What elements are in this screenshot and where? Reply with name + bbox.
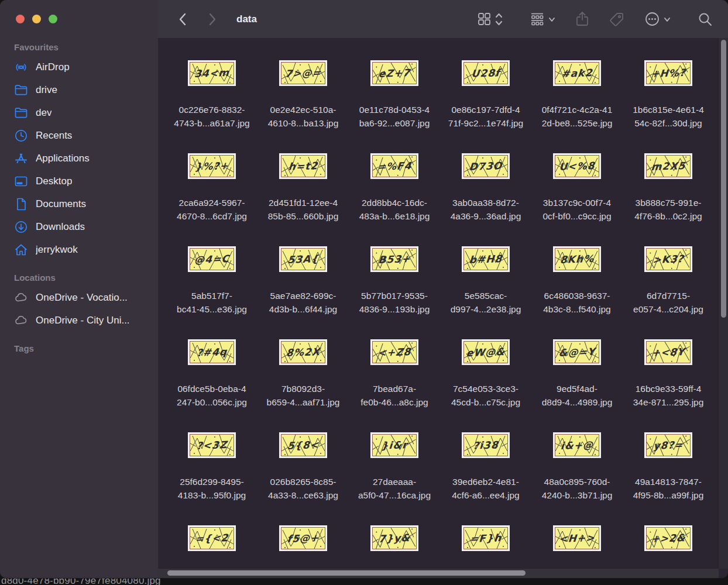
captcha-thumbnail[interactable]: 34<m <box>190 62 234 84</box>
sidebar-item-applications[interactable]: Applications <box>6 147 152 170</box>
captcha-thumbnail[interactable]: ={<2 <box>190 527 234 549</box>
captcha-thumbnail[interactable]: <+Z8 <box>372 341 417 363</box>
file-item[interactable]: 34<m 0c226e76-8832- 4743-b...a61a7.jpg <box>166 62 257 155</box>
captcha-thumbnail[interactable]: +>2& <box>646 527 691 549</box>
captcha-thumbnail[interactable]: @4=C <box>190 248 234 270</box>
file-item[interactable]: &@=Y 9ed5f4ad- d8d9-4...4989.jpg <box>531 341 623 434</box>
horizontal-scrollbar[interactable] <box>158 568 719 578</box>
captcha-thumbnail[interactable]: U<%8 <box>555 155 599 177</box>
toolbar: data <box>158 0 728 38</box>
captcha-thumbnail[interactable]: eW@& <box>463 341 508 363</box>
file-item[interactable]: i&+@ 48a0c895-760d- 4240-b...3b71.jpg <box>531 434 623 527</box>
file-item[interactable]: y8?= 49a14813-7847- 4f95-8b...a99f.jpg <box>623 434 714 527</box>
captcha-thumbnail[interactable]: B53+ <box>372 248 417 270</box>
captcha-thumbnail[interactable]: }%?+ <box>190 155 234 177</box>
search-button[interactable] <box>698 12 713 27</box>
sidebar-item-downloads[interactable]: Downloads <box>6 215 152 238</box>
file-item[interactable]: B53+ 5b77b017-9535- 4836-9...193b.jpg <box>349 248 440 341</box>
file-item[interactable]: b#H8 5e585cac- d997-4...2e38.jpg <box>440 248 531 341</box>
finder-window: Favourites AirDrop drive dev Recents App… <box>0 0 728 578</box>
captcha-thumbnail[interactable]: y8?= <box>646 434 691 456</box>
sidebar-item-recents[interactable]: Recents <box>6 124 152 147</box>
file-item[interactable]: +<8Y 16bc9e33-59ff-4 34e-871...295.jpg <box>623 341 714 434</box>
file-item[interactable]: >K3? 6d7d7715- e057-4...c204.jpg <box>623 248 714 341</box>
file-item[interactable]: eZ+7 0e11c78d-0453-4 ba6-92...e087.jpg <box>349 62 440 155</box>
file-item[interactable]: @4=C 5ab517f7- bc41-45...e36.jpg <box>166 248 257 341</box>
sidebar-item-drive[interactable]: drive <box>6 78 152 101</box>
captcha-thumbnail[interactable]: ?<3Z <box>190 434 234 456</box>
sidebar-item-desktop[interactable]: Desktop <box>6 170 152 192</box>
captcha-thumbnail[interactable]: i&+@ <box>555 434 599 456</box>
captcha-thumbnail[interactable]: b#H8 <box>463 248 508 270</box>
captcha-thumbnail[interactable]: 8Kh% <box>555 248 599 270</box>
captcha-thumbnail[interactable]: U28f <box>463 62 508 84</box>
file-item[interactable]: =%F4 2dd8bb4c-16dc- 483a-b...6e18.jpg <box>349 155 440 248</box>
file-item[interactable]: 7>@= 0e2e42ec-510a- 4610-8...ba13.jpg <box>257 62 349 155</box>
vertical-scrollbar-thumb[interactable] <box>721 40 726 318</box>
file-item[interactable]: h=t2 2d451fd1-12ee-4 85b-85...660b.jpg <box>257 155 349 248</box>
file-item[interactable]: ?<3Z 25f6d299-8495- 4183-b...95f0.jpg <box>166 434 257 527</box>
captcha-thumbnail[interactable]: =%F4 <box>372 155 417 177</box>
tags-button[interactable] <box>609 12 624 27</box>
file-name-label: 026b8265-8c85- 4a33-8...ce63.jpg <box>268 475 338 502</box>
file-item[interactable]: m2X5 3b888c75-991e- 4f76-8b...0c2.jpg <box>623 155 714 248</box>
window-title: data <box>236 13 257 25</box>
captcha-thumbnail[interactable]: 7}y& <box>372 527 417 549</box>
file-item[interactable]: }%?+ 2ca6a924-5967- 4670-8...6cd7.jpg <box>166 155 257 248</box>
group-by-icon <box>530 12 545 26</box>
more-actions-button[interactable] <box>644 11 671 27</box>
captcha-thumbnail[interactable]: ?i38 <box>463 434 508 456</box>
chevron-down-icon <box>664 16 671 23</box>
captcha-thumbnail[interactable]: 5{8< <box>281 434 325 456</box>
sidebar-item-airdrop[interactable]: AirDrop <box>6 56 152 78</box>
share-button[interactable] <box>575 11 589 27</box>
captcha-thumbnail[interactable]: &@=Y <box>555 341 599 363</box>
file-item[interactable]: U28f 0e86c197-7dfd-4 71f-9c2...1e74f.jpg <box>440 62 531 155</box>
captcha-thumbnail[interactable]: #ak2 <box>555 62 599 84</box>
sidebar-item-onedrive-vocatio[interactable]: OneDrive - Vocatio... <box>6 286 152 309</box>
file-item[interactable]: 5{8< 026b8265-8c85- 4a33-8...ce63.jpg <box>257 434 349 527</box>
close-button[interactable] <box>16 15 25 23</box>
captcha-thumbnail[interactable]: 7>@= <box>281 62 325 84</box>
captcha-thumbnail[interactable]: <H+> <box>555 527 599 549</box>
captcha-thumbnail[interactable]: 8%2X <box>281 341 325 363</box>
sidebar-item-jerrykwok[interactable]: jerrykwok <box>6 238 152 261</box>
file-item[interactable]: <+Z8 7bead67a- fe0b-46...a8c.jpg <box>349 341 440 434</box>
captcha-thumbnail[interactable]: D73O <box>463 155 508 177</box>
file-item[interactable]: #ak2 0f4f721c-4c2a-41 2d-be8...525e.jpg <box>531 62 623 155</box>
captcha-thumbnail[interactable]: eZ+7 <box>372 62 417 84</box>
captcha-text: 8%2X <box>281 341 325 363</box>
zoom-button[interactable] <box>49 15 57 23</box>
sidebar-item-documents[interactable]: Documents <box>6 192 152 215</box>
file-item[interactable]: 8%2X 7b8092d3- b659-4...aaf71.jpg <box>257 341 349 434</box>
minimize-button[interactable] <box>32 15 41 23</box>
view-mode-button[interactable] <box>477 12 503 26</box>
captcha-thumbnail[interactable]: +H%? <box>646 62 691 84</box>
vertical-scrollbar[interactable] <box>718 38 728 569</box>
captcha-thumbnail[interactable]: f5@+ <box>281 527 325 549</box>
horizontal-scrollbar-thumb[interactable] <box>167 570 526 576</box>
back-button[interactable] <box>173 11 191 28</box>
sidebar-item-dev[interactable]: dev <box>6 101 152 124</box>
captcha-thumbnail[interactable]: m2X5 <box>646 155 691 177</box>
file-item[interactable]: ?i38 39ed6eb2-4e81- 4cf6-a6...ee4.jpg <box>440 434 531 527</box>
sidebar-item-onedrive-city-uni[interactable]: OneDrive - City Uni... <box>6 309 152 332</box>
file-item[interactable]: 8Kh% 6c486038-9637- 4b3c-8...f540.jpg <box>531 248 623 341</box>
captcha-thumbnail[interactable]: =F}h <box>463 527 508 549</box>
captcha-thumbnail[interactable]: }i&r <box>372 434 417 456</box>
captcha-thumbnail[interactable]: 53A{ <box>281 248 325 270</box>
captcha-thumbnail[interactable]: ?#4q <box>190 341 234 363</box>
group-by-button[interactable] <box>530 12 555 26</box>
captcha-thumbnail[interactable]: +<8Y <box>646 341 691 363</box>
forward-button[interactable] <box>204 11 221 28</box>
captcha-thumbnail[interactable]: h=t2 <box>281 155 325 177</box>
captcha-thumbnail[interactable]: >K3? <box>646 248 691 270</box>
file-item[interactable]: U<%8 3b137c9c-00f7-4 0cf-bf0...c9cc.jpg <box>531 155 623 248</box>
file-item[interactable]: D73O 3ab0aa38-8d72- 4a36-9...36ad.jpg <box>440 155 531 248</box>
file-item[interactable]: ?#4q 06fdce5b-0eba-4 247-b0...056c.jpg <box>166 341 257 434</box>
file-name-label: 9ed5f4ad- d8d9-4...4989.jpg <box>542 382 613 409</box>
file-item[interactable]: 53A{ 5ae7ae82-699c- 4d3b-b...6f44.jpg <box>257 248 349 341</box>
file-item[interactable]: +H%? 1b6c815e-4e61-4 54c-82f...30d.jpg <box>623 62 714 155</box>
file-item[interactable]: }i&r 27daeaaa- a5f0-47...16ca.jpg <box>349 434 440 527</box>
file-item[interactable]: eW@& 7c54e053-3ce3- 45cd-b...c75c.jpg <box>440 341 531 434</box>
